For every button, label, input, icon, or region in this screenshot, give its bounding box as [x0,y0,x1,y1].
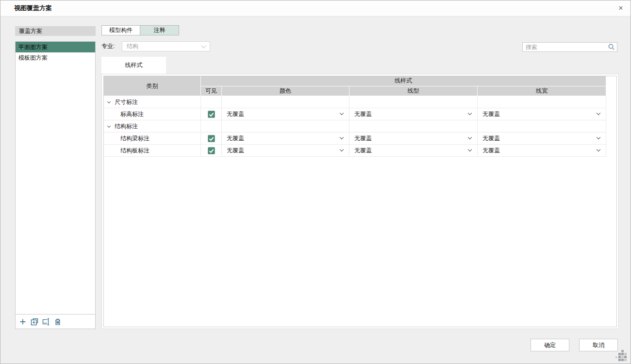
empty-cell [222,96,349,108]
main-panel: 类别 线样式 可见 颜色 线型 线宽 尺寸标注 [101,74,619,329]
empty-cell [349,120,478,132]
scheme-list: 平面图方案 模板图方案 [15,41,96,314]
table-row: 结构梁标注 无覆盖 无覆盖 无覆盖 [104,132,606,145]
column-header-linetype: 线型 [349,86,478,97]
search-box [522,42,617,52]
visible-checkbox[interactable] [208,135,215,142]
chevron-down-icon [597,111,600,115]
ok-button[interactable]: 确定 [531,339,569,351]
collapse-chevron-icon[interactable] [107,100,111,103]
chevron-down-icon [201,44,206,49]
tab-line-style[interactable]: 线样式 [101,57,166,74]
app-logo-icon [615,349,628,364]
chevron-down-icon [597,135,600,139]
category-cell: 结构梁标注 [104,132,201,145]
empty-cell [201,96,222,108]
table-row: 结构板标注 无覆盖 无覆盖 无覆盖 [104,145,606,157]
search-icon[interactable] [608,43,615,51]
linetype-override-dropdown[interactable]: 无覆盖 [349,145,478,157]
category-tabs: 模型构件 注释 [101,25,179,35]
override-table: 类别 线样式 可见 颜色 线型 线宽 尺寸标注 [104,76,606,157]
visible-cell [201,145,222,157]
chevron-down-icon [340,135,344,139]
delete-icon[interactable] [54,318,62,326]
scheme-toolbar [15,314,96,329]
table-row: 标高标注 无覆盖 无覆盖 无覆盖 [104,108,606,120]
column-group-header-linestyle: 线样式 [201,76,606,86]
visible-checkbox[interactable] [208,147,215,154]
empty-cell [478,96,606,108]
color-override-dropdown[interactable]: 无覆盖 [222,132,349,145]
color-override-dropdown[interactable]: 无覆盖 [222,108,349,120]
category-group-cell[interactable]: 结构标注 [104,120,201,132]
lineweight-override-dropdown[interactable]: 无覆盖 [478,132,606,145]
list-item-plan-scheme[interactable]: 平面图方案 [16,42,95,52]
list-item-template-scheme[interactable]: 模板图方案 [16,52,95,63]
visible-cell [201,132,222,145]
category-cell: 结构板标注 [104,145,201,157]
empty-cell [201,120,222,132]
chevron-down-icon [468,148,472,151]
column-header-lineweight: 线宽 [478,86,606,97]
visible-cell [201,108,222,120]
discipline-value: 结构 [127,43,138,50]
chevron-down-icon [340,148,344,151]
rename-icon[interactable] [42,318,50,326]
empty-cell [349,96,478,108]
empty-cell [222,120,349,132]
lineweight-override-dropdown[interactable]: 无覆盖 [478,108,606,120]
scheme-list-header: 覆盖方案 [15,26,96,36]
empty-cell [478,120,606,132]
tab-model-elements[interactable]: 模型构件 [101,25,140,35]
close-icon[interactable]: × [616,3,626,13]
chevron-down-icon [597,148,600,151]
cancel-button[interactable]: 取消 [579,339,618,351]
visible-checkbox[interactable] [208,111,215,118]
table-panel: 类别 线样式 可见 颜色 线型 线宽 尺寸标注 [103,76,617,327]
chevron-down-icon [340,111,344,115]
chevron-down-icon [468,135,472,139]
dialog-title: 视图覆盖方案 [14,0,52,16]
collapse-chevron-icon[interactable] [107,124,111,128]
view-override-dialog: 视图覆盖方案 × 覆盖方案 平面图方案 模板图方案 [0,0,631,364]
search-input[interactable] [522,42,617,52]
duplicate-icon[interactable] [31,318,38,326]
lineweight-override-dropdown[interactable]: 无覆盖 [478,145,606,157]
linetype-override-dropdown[interactable]: 无覆盖 [349,108,478,120]
tab-annotations[interactable]: 注释 [140,25,179,35]
color-override-dropdown[interactable]: 无覆盖 [222,145,349,157]
column-header-visible: 可见 [201,86,222,97]
chevron-down-icon [468,111,472,115]
discipline-label: 专业: [101,41,115,51]
linetype-override-dropdown[interactable]: 无覆盖 [349,132,478,145]
category-cell: 标高标注 [104,108,201,120]
discipline-dropdown[interactable]: 结构 [122,41,210,51]
title-bar: 视图覆盖方案 × [0,0,631,17]
add-icon[interactable] [19,318,27,326]
table-row-group: 结构标注 [104,120,606,132]
column-header-category: 类别 [104,76,201,96]
category-group-cell[interactable]: 尺寸标注 [104,96,201,108]
table-row-group: 尺寸标注 [104,96,606,108]
column-header-color: 颜色 [222,86,349,97]
